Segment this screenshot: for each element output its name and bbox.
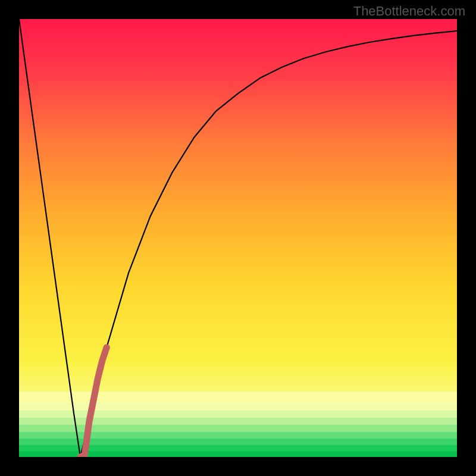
bottleneck-curve xyxy=(19,19,457,457)
curve-svg xyxy=(19,19,457,457)
plot-area xyxy=(19,19,457,457)
attribution-text: TheBottleneck.com xyxy=(353,4,465,19)
highlight-segment xyxy=(80,347,107,457)
